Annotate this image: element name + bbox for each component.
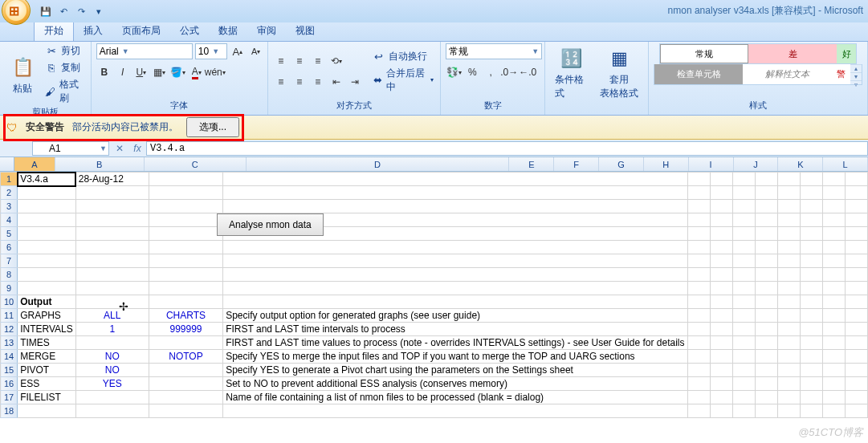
font-color-button[interactable]: A▾ bbox=[189, 64, 205, 80]
align-middle-icon[interactable]: ≡ bbox=[291, 53, 308, 69]
bold-button[interactable]: B bbox=[96, 64, 112, 80]
row-header[interactable]: 11 bbox=[1, 309, 18, 323]
cell-H9[interactable] bbox=[755, 282, 777, 295]
cell-K8[interactable] bbox=[822, 268, 845, 282]
cell-A6[interactable] bbox=[18, 241, 76, 254]
cell-C4[interactable] bbox=[149, 213, 222, 227]
increase-font-icon[interactable]: A▴ bbox=[230, 43, 246, 59]
cell-H7[interactable] bbox=[755, 254, 777, 268]
cell-K6[interactable] bbox=[822, 241, 845, 254]
cell-E18[interactable] bbox=[687, 404, 710, 418]
cell-J2[interactable] bbox=[800, 186, 822, 200]
cell-L4[interactable] bbox=[845, 213, 867, 227]
format-painter-button[interactable]: 🖌格式刷 bbox=[43, 77, 86, 106]
cell-K14[interactable] bbox=[822, 350, 845, 364]
cell-D3[interactable] bbox=[223, 200, 687, 213]
orientation-icon[interactable]: ⟲▾ bbox=[328, 53, 344, 69]
cell-L17[interactable] bbox=[845, 391, 867, 404]
column-header-D[interactable]: D bbox=[247, 157, 510, 171]
security-options-button[interactable]: 选项... bbox=[186, 117, 239, 137]
cell-J11[interactable] bbox=[800, 309, 822, 323]
cell-H18[interactable] bbox=[755, 404, 777, 418]
cell-I3[interactable] bbox=[777, 200, 800, 213]
cell-J15[interactable] bbox=[800, 364, 822, 377]
cell-J4[interactable] bbox=[800, 213, 822, 227]
cell-D17[interactable]: Name of file containing a list of nmon f… bbox=[223, 391, 687, 404]
cell-H16[interactable] bbox=[755, 377, 777, 391]
row-header[interactable]: 12 bbox=[1, 323, 18, 336]
cell-C15[interactable] bbox=[149, 364, 222, 377]
cell-E6[interactable] bbox=[687, 241, 710, 254]
name-box[interactable]: A1▼ bbox=[32, 141, 109, 156]
cell-C11[interactable]: CHARTS bbox=[149, 309, 222, 323]
decrease-decimal-icon[interactable]: ←.0 bbox=[520, 64, 536, 80]
select-all-corner[interactable] bbox=[0, 157, 14, 171]
analyse-button[interactable]: Analyse nmon data bbox=[217, 213, 324, 236]
cell-L14[interactable] bbox=[845, 350, 867, 364]
indent-decrease-icon[interactable]: ⇤ bbox=[328, 74, 344, 90]
cell-J1[interactable] bbox=[800, 173, 822, 186]
cell-A1[interactable]: V3.4.a bbox=[18, 173, 76, 186]
cell-D9[interactable] bbox=[223, 282, 687, 295]
cell-B17[interactable] bbox=[75, 391, 149, 404]
cell-G13[interactable] bbox=[732, 336, 755, 350]
cell-J14[interactable] bbox=[800, 350, 822, 364]
cell-A10[interactable]: Output bbox=[18, 295, 76, 309]
cell-K2[interactable] bbox=[822, 186, 845, 200]
formula-input[interactable]: V3.4.a bbox=[146, 141, 868, 156]
cell-F7[interactable] bbox=[710, 254, 732, 268]
cell-D6[interactable] bbox=[223, 241, 687, 254]
cell-C8[interactable] bbox=[149, 268, 222, 282]
cell-B5[interactable] bbox=[75, 227, 149, 241]
cell-A11[interactable]: GRAPHS bbox=[18, 309, 76, 323]
row-header[interactable]: 1 bbox=[1, 173, 18, 186]
row-header[interactable]: 4 bbox=[1, 213, 18, 227]
cell-A16[interactable]: ESS bbox=[18, 377, 76, 391]
column-header-I[interactable]: I bbox=[689, 157, 734, 171]
cell-B2[interactable] bbox=[75, 186, 149, 200]
style-warn[interactable]: 警 bbox=[831, 64, 850, 84]
cell-L1[interactable] bbox=[845, 173, 867, 186]
cell-B3[interactable] bbox=[75, 200, 149, 213]
cell-A14[interactable]: MERGE bbox=[18, 350, 76, 364]
cell-I12[interactable] bbox=[777, 323, 800, 336]
style-check[interactable]: 检查单元格 bbox=[654, 64, 743, 84]
sheet-table[interactable]: 1V3.4.a28-Aug-122345678910Output11GRAPHS… bbox=[0, 172, 868, 418]
cell-E1[interactable] bbox=[687, 173, 710, 186]
cell-H3[interactable] bbox=[755, 200, 777, 213]
cell-F5[interactable] bbox=[710, 227, 732, 241]
cell-I15[interactable] bbox=[777, 364, 800, 377]
cell-J10[interactable] bbox=[800, 295, 822, 309]
cell-C17[interactable] bbox=[149, 391, 222, 404]
row-header[interactable]: 16 bbox=[1, 377, 18, 391]
cell-A12[interactable]: INTERVALS bbox=[18, 323, 76, 336]
tab-insert[interactable]: 插入 bbox=[74, 21, 112, 41]
cell-G17[interactable] bbox=[732, 391, 755, 404]
cell-G3[interactable] bbox=[732, 200, 755, 213]
cell-D1[interactable] bbox=[223, 173, 687, 186]
cell-J18[interactable] bbox=[800, 404, 822, 418]
cell-J17[interactable] bbox=[800, 391, 822, 404]
column-header-C[interactable]: C bbox=[145, 157, 247, 171]
cell-B10[interactable] bbox=[75, 295, 149, 309]
column-header-K[interactable]: K bbox=[778, 157, 823, 171]
cell-A18[interactable] bbox=[18, 404, 76, 418]
cell-L8[interactable] bbox=[845, 268, 867, 282]
column-header-F[interactable]: F bbox=[554, 157, 599, 171]
cell-D12[interactable]: FIRST and LAST time intervals to process bbox=[223, 323, 687, 336]
cell-L7[interactable] bbox=[845, 254, 867, 268]
row-header[interactable]: 9 bbox=[1, 282, 18, 295]
cell-B8[interactable] bbox=[75, 268, 149, 282]
style-gallery[interactable]: 常规 差 好 bbox=[659, 43, 857, 64]
cell-F4[interactable] bbox=[710, 213, 732, 227]
cell-C14[interactable]: NOTOP bbox=[149, 350, 222, 364]
cell-G1[interactable] bbox=[732, 173, 755, 186]
worksheet-grid[interactable]: ABCDEFGHIJKL 1V3.4.a28-Aug-122345678910O… bbox=[0, 157, 868, 418]
cell-B7[interactable] bbox=[75, 254, 149, 268]
cell-L6[interactable] bbox=[845, 241, 867, 254]
cell-K1[interactable] bbox=[822, 173, 845, 186]
indent-increase-icon[interactable]: ⇥ bbox=[347, 74, 363, 90]
cell-G16[interactable] bbox=[732, 377, 755, 391]
cell-K12[interactable] bbox=[822, 323, 845, 336]
align-top-icon[interactable]: ≡ bbox=[273, 53, 289, 69]
